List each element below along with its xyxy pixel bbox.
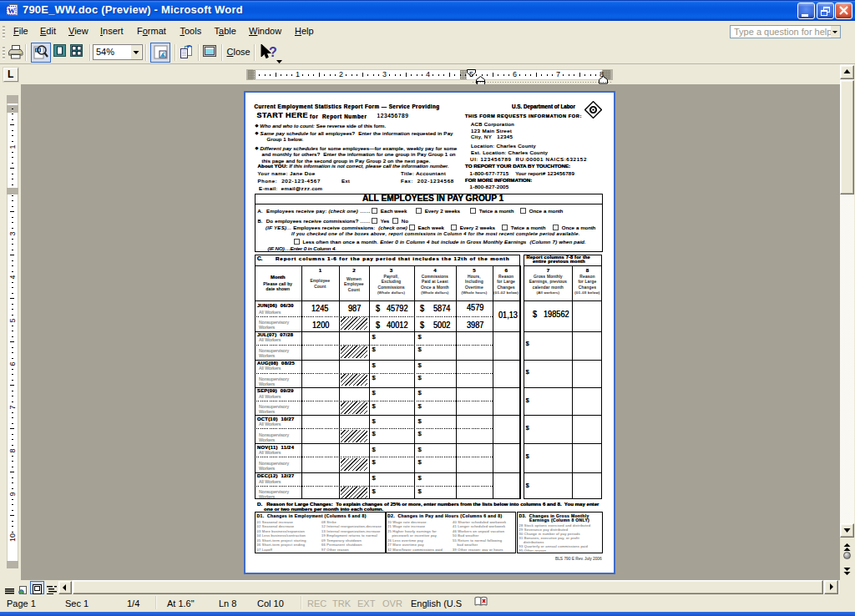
svg-text:W: W (8, 7, 15, 15)
